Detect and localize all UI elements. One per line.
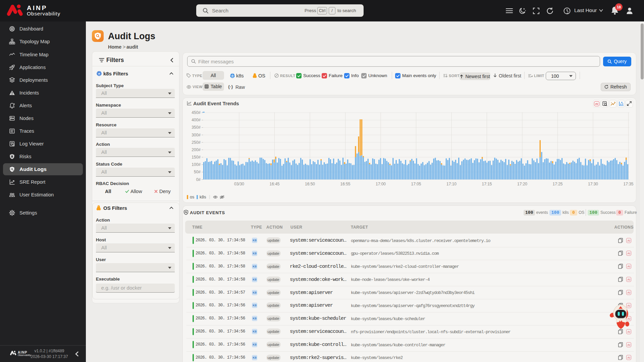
svg-text:350#: 350# xyxy=(192,125,201,130)
svg-text:17:30: 17:30 xyxy=(588,182,598,186)
svg-text:17:25: 17:25 xyxy=(552,182,562,186)
svg-text:17:05: 17:05 xyxy=(411,182,421,186)
svg-text:450#: 450# xyxy=(192,110,201,115)
svg-text:17:20: 17:20 xyxy=(517,182,527,186)
svg-text:k8s: k8s xyxy=(200,195,206,199)
svg-text:300#: 300# xyxy=(192,133,201,137)
svg-text:150#: 150# xyxy=(192,155,201,160)
svg-text:50#: 50# xyxy=(194,170,201,174)
svg-text:03/30: 03/30 xyxy=(234,182,244,186)
svg-text:400#: 400# xyxy=(192,118,201,122)
svg-text:250#: 250# xyxy=(192,140,201,145)
svg-text:17:10: 17:10 xyxy=(446,182,457,186)
svg-text:17:15: 17:15 xyxy=(482,182,492,186)
svg-text:16:50: 16:50 xyxy=(305,182,315,186)
svg-text:100#: 100# xyxy=(192,162,201,167)
svg-text:17:00: 17:00 xyxy=(376,182,386,186)
svg-text:0#: 0# xyxy=(196,177,201,182)
svg-text:os: os xyxy=(190,195,194,199)
svg-text:200#: 200# xyxy=(192,147,201,152)
svg-text:16:45: 16:45 xyxy=(269,182,279,186)
svg-text:17:35: 17:35 xyxy=(623,182,633,186)
svg-text:16:55: 16:55 xyxy=(340,182,350,186)
